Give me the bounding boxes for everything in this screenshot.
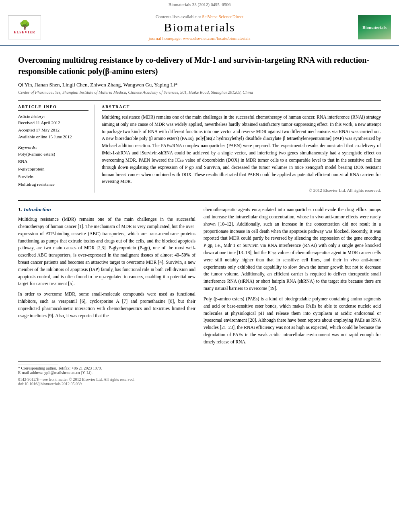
sciverse-link[interactable]: SciVerse ScienceDirect bbox=[202, 14, 243, 19]
section-number: 1. bbox=[18, 206, 22, 213]
elsevier-tree-icon: 🌳 bbox=[19, 21, 30, 29]
section-title: Introduction bbox=[24, 206, 51, 213]
journal-title: Biomaterials bbox=[149, 21, 251, 34]
article-footer: * Corresponding author. Tel/fax: +86 21 … bbox=[18, 361, 381, 386]
keyword-item: RNA bbox=[18, 158, 88, 165]
abstract-label: ABSTRACT bbox=[102, 105, 381, 111]
article-history: Article history: Received 11 April 2012 … bbox=[18, 114, 88, 141]
citation-text: Biomaterials 33 (2012) 6495–6506 bbox=[169, 2, 230, 7]
article-info-col: ARTICLE INFO Article history: Received 1… bbox=[18, 105, 95, 193]
article-info-label: ARTICLE INFO bbox=[18, 105, 88, 111]
biomaterials-badge: Biomaterials bbox=[358, 15, 391, 39]
received-date: Received 11 April 2012 bbox=[18, 119, 88, 127]
body-left-col: 1. Introduction Multidrug resistance (MD… bbox=[18, 206, 195, 349]
keyword-item: Poly(β-amino esters) bbox=[18, 150, 88, 158]
footnote-separator bbox=[18, 364, 58, 364]
keywords-list: Poly(β-amino esters)RNAP-glycoproteinSur… bbox=[18, 150, 88, 188]
body-right-col: chemotherapeutic agents encapsulated int… bbox=[204, 206, 381, 349]
accepted-date: Accepted 17 May 2012 bbox=[18, 127, 88, 134]
right-paragraph-1: chemotherapeutic agents encapsulated int… bbox=[204, 206, 381, 292]
journal-header: 🌳 ELSEVIER Contents lists available at S… bbox=[0, 9, 399, 46]
email-note: E-mail address: ypli@mailshcnc.ac.cn (Y.… bbox=[18, 370, 381, 375]
abstract-col: ABSTRACT Multidrug resistance (MDR) rema… bbox=[102, 105, 381, 193]
article-body: 1. Introduction Multidrug resistance (MD… bbox=[18, 200, 381, 349]
article-container: Overcoming multidrug resistance by co-de… bbox=[0, 46, 399, 394]
available-date: Available online 15 June 2012 bbox=[18, 134, 88, 141]
elsevier-logo: 🌳 ELSEVIER bbox=[8, 15, 41, 39]
corresponding-author-note: * Corresponding author. Tel/fax: +86 21 … bbox=[18, 366, 381, 370]
sciverse-line: Contents lists available at SciVerse Sci… bbox=[149, 14, 251, 19]
intro-paragraph-2: In order to overcome MDR, some small-mol… bbox=[18, 291, 195, 319]
history-label: Article history: bbox=[18, 114, 88, 119]
journal-header-center: Contents lists available at SciVerse Sci… bbox=[149, 14, 251, 41]
keywords-section: Keywords: Poly(β-amino esters)RNAP-glyco… bbox=[18, 145, 88, 188]
journal-homepage: journal homepage: www.elsevier.com/locat… bbox=[149, 36, 251, 41]
copyright-footer: 0142-9612/$ – see front matter © 2012 El… bbox=[18, 377, 381, 382]
badge-text: Biomaterials bbox=[362, 25, 387, 30]
intro-paragraph-1: Multidrug resistance (MDR) remains one o… bbox=[18, 216, 195, 288]
keyword-item: Survivin bbox=[18, 173, 88, 181]
copyright-text: © 2012 Elsevier Ltd. All rights reserved… bbox=[102, 188, 381, 193]
article-info-abstract-section: ARTICLE INFO Article history: Received 1… bbox=[18, 100, 381, 193]
sciverse-prefix: Contents lists available at bbox=[156, 14, 201, 19]
authors: Qi Yin, Jianan Shen, Lingli Chen, Zhiwen… bbox=[18, 82, 381, 88]
right-paragraph-2: Poly (β-amino esters) (PAEs) is a kind o… bbox=[204, 296, 381, 346]
top-bar: Biomaterials 33 (2012) 6495–6506 bbox=[0, 0, 399, 9]
abstract-text: Multidrug resistance (MDR) remains one o… bbox=[102, 114, 381, 185]
elsevier-wordmark: ELSEVIER bbox=[14, 30, 35, 34]
article-title: Overcoming multidrug resistance by co-de… bbox=[18, 54, 381, 77]
homepage-text: journal homepage: www.elsevier.com/locat… bbox=[149, 36, 251, 41]
keywords-label: Keywords: bbox=[18, 145, 88, 150]
affiliation: Center of Pharmaceutics, Shanghai Instit… bbox=[18, 90, 381, 94]
keyword-item: Multidrug resistance bbox=[18, 181, 88, 188]
doi-text: doi:10.1016/j.biomaterials.2012.05.039 bbox=[18, 382, 381, 386]
intro-heading: 1. Introduction bbox=[18, 206, 195, 213]
keyword-item: P-glycoprotein bbox=[18, 165, 88, 173]
